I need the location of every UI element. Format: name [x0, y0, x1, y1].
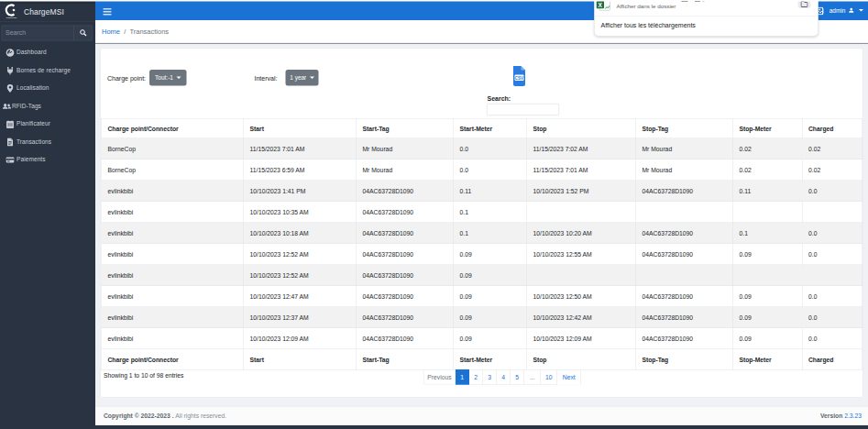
- svg-text:X: X: [599, 2, 603, 8]
- svg-text:ChargeMSI: ChargeMSI: [6, 16, 17, 18]
- svg-text:CSV: CSV: [515, 76, 523, 81]
